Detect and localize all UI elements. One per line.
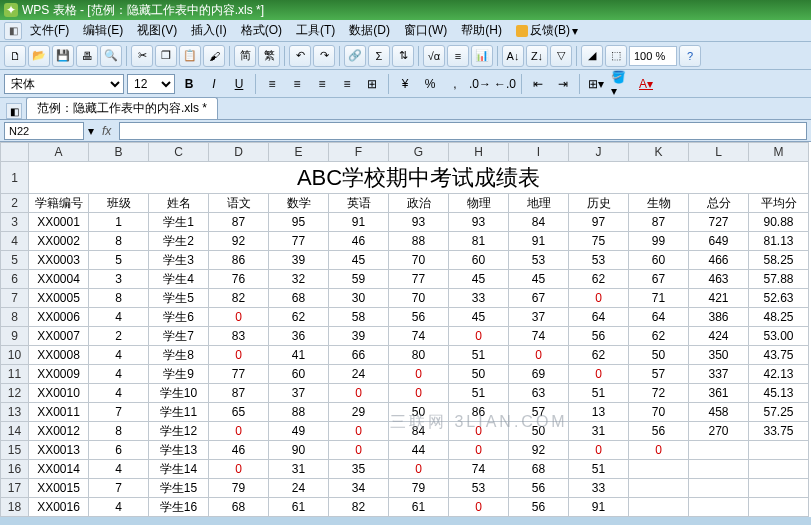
name-dropdown-icon[interactable]: ▾: [88, 124, 94, 138]
spreadsheet-grid[interactable]: ABCDEFGHIJKLM1ABC学校期中考试成绩表2学籍编号班级姓名语文数学英…: [0, 142, 811, 517]
cell[interactable]: [689, 479, 749, 498]
menu-help[interactable]: 帮助(H): [455, 20, 508, 41]
cell[interactable]: 学生1: [149, 213, 209, 232]
col-header[interactable]: L: [689, 143, 749, 162]
italic-button[interactable]: I: [203, 73, 225, 95]
row-header[interactable]: 14: [1, 422, 29, 441]
cell[interactable]: 33.75: [749, 422, 809, 441]
cell[interactable]: 56: [569, 327, 629, 346]
row-header[interactable]: 15: [1, 441, 29, 460]
row-header[interactable]: 6: [1, 270, 29, 289]
decrease-decimal-button[interactable]: ←.0: [494, 73, 516, 95]
preview-button[interactable]: 🔍: [100, 45, 122, 67]
menu-insert[interactable]: 插入(I): [185, 20, 232, 41]
object-button[interactable]: ⬚: [605, 45, 627, 67]
copy-button[interactable]: ❐: [155, 45, 177, 67]
cell[interactable]: 77: [389, 270, 449, 289]
menu-data[interactable]: 数据(D): [343, 20, 396, 41]
cell[interactable]: 56: [389, 308, 449, 327]
cell[interactable]: 4: [89, 384, 149, 403]
cell[interactable]: [629, 498, 689, 517]
cell[interactable]: 53: [449, 479, 509, 498]
cell[interactable]: 0: [449, 441, 509, 460]
cell[interactable]: 0: [209, 346, 269, 365]
cell[interactable]: [749, 441, 809, 460]
cell[interactable]: 31: [269, 460, 329, 479]
row-header[interactable]: 13: [1, 403, 29, 422]
cell[interactable]: 68: [209, 498, 269, 517]
align-center-button[interactable]: ≡: [286, 73, 308, 95]
cell[interactable]: XX0003: [29, 251, 89, 270]
cell[interactable]: XX0010: [29, 384, 89, 403]
menu-format[interactable]: 格式(O): [235, 20, 288, 41]
cell[interactable]: 81.13: [749, 232, 809, 251]
cell[interactable]: 80: [389, 346, 449, 365]
cell[interactable]: 337: [689, 365, 749, 384]
col-header[interactable]: E: [269, 143, 329, 162]
cell[interactable]: 68: [269, 289, 329, 308]
cell[interactable]: 88: [389, 232, 449, 251]
comma-button[interactable]: ,: [444, 73, 466, 95]
increase-indent-button[interactable]: ⇥: [552, 73, 574, 95]
cell[interactable]: 50: [629, 346, 689, 365]
cell[interactable]: 361: [689, 384, 749, 403]
row-header[interactable]: 8: [1, 308, 29, 327]
cell[interactable]: XX0009: [29, 365, 89, 384]
cell[interactable]: 62: [269, 308, 329, 327]
cell[interactable]: 4: [89, 308, 149, 327]
menu-tools[interactable]: 工具(T): [290, 20, 341, 41]
cell[interactable]: 43.75: [749, 346, 809, 365]
cell[interactable]: 34: [329, 479, 389, 498]
cell[interactable]: 62: [629, 327, 689, 346]
cell[interactable]: XX0011: [29, 403, 89, 422]
cell[interactable]: 35: [329, 460, 389, 479]
align-left-button[interactable]: ≡: [261, 73, 283, 95]
cell[interactable]: 33: [449, 289, 509, 308]
menu-file[interactable]: 文件(F): [24, 20, 75, 41]
cell[interactable]: 0: [449, 327, 509, 346]
cell[interactable]: 91: [509, 232, 569, 251]
cell[interactable]: 学生7: [149, 327, 209, 346]
cell[interactable]: 59: [329, 270, 389, 289]
cell[interactable]: 92: [509, 441, 569, 460]
traditional-button[interactable]: 繁: [258, 45, 280, 67]
cell[interactable]: 62: [569, 346, 629, 365]
cell[interactable]: 4: [89, 346, 149, 365]
cell[interactable]: [749, 460, 809, 479]
cell[interactable]: 学生12: [149, 422, 209, 441]
select-all-corner[interactable]: [1, 143, 29, 162]
drawing-button[interactable]: ◢: [581, 45, 603, 67]
cell[interactable]: 37: [269, 384, 329, 403]
cell[interactable]: [689, 498, 749, 517]
cell[interactable]: 75: [569, 232, 629, 251]
row-header[interactable]: 1: [1, 162, 29, 194]
cell[interactable]: 45: [329, 251, 389, 270]
cell[interactable]: 30: [329, 289, 389, 308]
cell[interactable]: 8: [89, 289, 149, 308]
filter-button[interactable]: ▽: [550, 45, 572, 67]
sort-desc-button[interactable]: Z↓: [526, 45, 548, 67]
bold-button[interactable]: B: [178, 73, 200, 95]
cell[interactable]: 51: [449, 384, 509, 403]
menu-edit[interactable]: 编辑(E): [77, 20, 129, 41]
cell[interactable]: 56: [509, 479, 569, 498]
cell[interactable]: 57.88: [749, 270, 809, 289]
cell[interactable]: 4: [89, 365, 149, 384]
cell[interactable]: 64: [629, 308, 689, 327]
cell[interactable]: 57: [509, 403, 569, 422]
borders-button[interactable]: ⊞▾: [585, 73, 607, 95]
increase-decimal-button[interactable]: .0→: [469, 73, 491, 95]
cell[interactable]: XX0006: [29, 308, 89, 327]
cell[interactable]: 学生11: [149, 403, 209, 422]
cell[interactable]: 69: [509, 365, 569, 384]
cell[interactable]: XX0016: [29, 498, 89, 517]
underline-button[interactable]: U: [228, 73, 250, 95]
cell[interactable]: 0: [449, 498, 509, 517]
col-header[interactable]: H: [449, 143, 509, 162]
cell[interactable]: 46: [209, 441, 269, 460]
cell[interactable]: 49: [269, 422, 329, 441]
cell[interactable]: 0: [329, 441, 389, 460]
cell[interactable]: 82: [329, 498, 389, 517]
cell[interactable]: 1: [89, 213, 149, 232]
cell[interactable]: 91: [329, 213, 389, 232]
